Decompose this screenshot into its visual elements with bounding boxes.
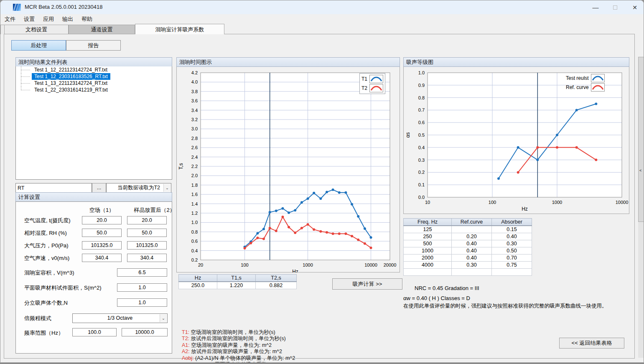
file-list[interactable]: Test 1_12_221123142724_RT.txtTest 1_12_2… bbox=[15, 66, 172, 180]
note-text: 放试件后混响室的混响时间，单位为秒(s) bbox=[191, 336, 286, 341]
octave-mode-value: 1/3 Octave bbox=[107, 315, 132, 321]
menu-item-4[interactable]: 帮助 bbox=[77, 14, 97, 24]
splitter-track bbox=[638, 222, 644, 358]
setting-input-1-field2[interactable] bbox=[127, 229, 167, 237]
table-cell: 0.15 bbox=[492, 226, 532, 233]
rt-name-input[interactable] bbox=[15, 183, 92, 193]
svg-text:0.9: 0.9 bbox=[418, 83, 425, 88]
subtab-0[interactable]: 后处理 bbox=[11, 40, 66, 51]
file-name: Test 1_12_221123142724_RT.txt bbox=[32, 66, 110, 73]
legend-entry: Ref. curve bbox=[566, 83, 605, 92]
setting-single-input-2[interactable] bbox=[117, 298, 167, 307]
table-row: 40000.300.75 bbox=[404, 262, 532, 269]
svg-text:3.0: 3.0 bbox=[191, 126, 198, 131]
tab-1[interactable]: 通道设置 bbox=[69, 25, 135, 34]
tab-2[interactable]: 混响室计算吸声系数 bbox=[135, 24, 224, 34]
setting-input-2-field2[interactable] bbox=[127, 241, 167, 249]
collapse-splitter[interactable]: < bbox=[638, 57, 644, 222]
menu-item-2[interactable]: 应用 bbox=[39, 14, 58, 24]
setting-input-2-field1[interactable] bbox=[82, 241, 122, 249]
octave-mode-label: 倍频程模式 bbox=[24, 315, 51, 322]
svg-text:1000: 1000 bbox=[552, 200, 562, 205]
note-label: T1: bbox=[182, 329, 191, 335]
rt-chart[interactable]: 0.20.40.60.81.01.21.41.61.82.02.22.42.62… bbox=[176, 67, 400, 272]
table-cell: 0.40 bbox=[492, 233, 532, 240]
menu-item-1[interactable]: 设置 bbox=[20, 14, 39, 24]
chevron-down-icon[interactable]: ⌄ bbox=[163, 184, 171, 192]
setting-label-3: 空气声速，v0(m/s) bbox=[24, 255, 69, 262]
back-to-results-button[interactable]: << 返回结果表格 bbox=[559, 338, 624, 349]
svg-text:0.2: 0.2 bbox=[418, 170, 425, 175]
rt-result-table: HzT1,sT2,s250.01.2200.882 bbox=[178, 274, 297, 289]
table-cell: 0.40 bbox=[452, 255, 492, 262]
menu-item-3[interactable]: 输出 bbox=[58, 14, 77, 24]
note-label: Aobj: bbox=[182, 355, 195, 361]
svg-text:1.4: 1.4 bbox=[191, 201, 198, 206]
tab-0[interactable]: 文档设置 bbox=[4, 25, 69, 34]
minimize-button[interactable]: — bbox=[586, 0, 605, 14]
file-list-item[interactable]: Test 1_12_221123142724_RT.txt bbox=[16, 66, 172, 73]
file-list-item[interactable]: Test 1_12_230316183526_RT.txt bbox=[16, 73, 172, 80]
legend-curve-icon bbox=[369, 75, 383, 83]
subtab-1[interactable]: 报告 bbox=[66, 40, 121, 51]
table-cell: 0.70 bbox=[492, 255, 532, 262]
table-cell: 125 bbox=[404, 226, 452, 233]
svg-text:10000: 10000 bbox=[616, 200, 629, 205]
setting-single-input-0[interactable] bbox=[117, 268, 167, 277]
data-read-combobox[interactable]: 当前数据读取为T2 ⌄ bbox=[106, 183, 171, 193]
maximize-button[interactable] bbox=[606, 0, 625, 14]
svg-text:0.8: 0.8 bbox=[418, 95, 425, 100]
chevron-left-icon: < bbox=[639, 168, 641, 173]
setting-input-3-field1[interactable] bbox=[82, 254, 122, 262]
chevron-down-icon[interactable]: ⌄ bbox=[160, 314, 167, 322]
note-text: 放试件后混响室的吸声量，单位为: m^2 bbox=[191, 349, 282, 354]
note-line-4: Aobj: (A2-A1)/N 单个物体的吸声量，单位为: m^2 bbox=[182, 355, 320, 361]
file-list-item[interactable]: Test 1_13_221123142724_RT.txt bbox=[16, 80, 172, 87]
close-button[interactable]: ✕ bbox=[625, 0, 644, 14]
svg-text:0.0: 0.0 bbox=[418, 195, 425, 200]
setting-input-1-field1[interactable] bbox=[82, 229, 122, 237]
setting-input-0-field2[interactable] bbox=[127, 216, 167, 224]
browse-button[interactable]: ... bbox=[92, 183, 106, 193]
file-list-panel-title: 混时间结果文件列表 bbox=[15, 57, 172, 67]
freq-max-input[interactable] bbox=[122, 328, 168, 336]
svg-text:0.6: 0.6 bbox=[191, 239, 198, 244]
setting-input-3-field2[interactable] bbox=[127, 254, 167, 262]
freq-min-input[interactable] bbox=[72, 328, 117, 336]
svg-text:2.4: 2.4 bbox=[191, 155, 198, 160]
tree-line bbox=[21, 87, 21, 90]
table-cell bbox=[452, 226, 492, 233]
svg-text:0.6: 0.6 bbox=[418, 120, 425, 125]
table-cell: 500 bbox=[404, 240, 452, 247]
absorb-calc-button[interactable]: 吸声计算 >> bbox=[332, 278, 402, 290]
table-header-0: Freq. Hz bbox=[404, 219, 452, 226]
svg-text:1.0: 1.0 bbox=[191, 220, 198, 225]
file-name: Test 1_13_221123142724_RT.txt bbox=[32, 80, 110, 87]
note-line-3: A2: 放试件后混响室的吸声量，单位为: m^2 bbox=[182, 349, 320, 355]
svg-text:20000: 20000 bbox=[384, 262, 397, 267]
table-header-2: T2,s bbox=[256, 275, 297, 282]
setting-single-label-1: 平面吸声材料试件面积，S(m^2) bbox=[24, 284, 102, 292]
tree-connector-icon bbox=[21, 76, 30, 77]
file-list-item[interactable]: Test 1_22_230316141219_RT.txt bbox=[16, 87, 172, 93]
table-cell bbox=[404, 269, 452, 276]
calc-settings-title: 计算设置 bbox=[15, 192, 172, 202]
table-cell: 0.30 bbox=[452, 262, 492, 269]
usage-note-text: 在使用此单值评价量的时候，强烈建议与按照标准获得的完整的吸声系数曲线一块使用。 bbox=[403, 303, 607, 310]
svg-text:3.2: 3.2 bbox=[191, 117, 198, 122]
svg-text:0.5: 0.5 bbox=[418, 132, 425, 137]
table-cell: 250 bbox=[404, 233, 452, 240]
menu-item-0[interactable]: 文件 bbox=[0, 14, 20, 24]
svg-text:1.0: 1.0 bbox=[418, 70, 425, 75]
main-tab-strip: 文档设置通道设置混响室计算吸声系数 bbox=[0, 24, 644, 34]
svg-text:20: 20 bbox=[198, 262, 203, 267]
octave-mode-combobox[interactable]: 1/3 Octave⌄ bbox=[72, 313, 168, 323]
setting-input-0-field1[interactable] bbox=[82, 216, 122, 224]
legend-label: Ref. curve bbox=[566, 84, 589, 90]
setting-single-input-1[interactable] bbox=[117, 283, 167, 292]
table-header-0: Hz bbox=[179, 275, 217, 282]
rating-chart[interactable]: 0.00.10.20.30.40.50.60.70.80.91.01010010… bbox=[403, 67, 629, 214]
legend-label: T2 bbox=[361, 85, 367, 91]
table-cell: 0.30 bbox=[492, 240, 532, 247]
legend-curve-icon bbox=[591, 74, 605, 82]
